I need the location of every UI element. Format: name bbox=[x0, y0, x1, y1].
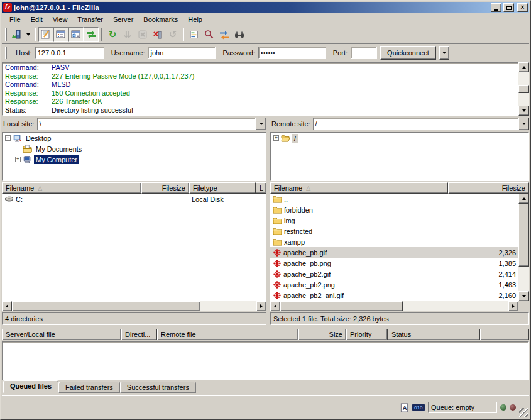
file-row-xampp[interactable]: xampp bbox=[270, 236, 518, 247]
sync-browsing-button[interactable] bbox=[217, 27, 232, 42]
file-row-[interactable]: .. bbox=[270, 194, 518, 204]
scroll-thumb[interactable] bbox=[280, 301, 403, 311]
scroll-track[interactable] bbox=[200, 301, 256, 311]
username-input[interactable] bbox=[148, 47, 216, 59]
tree-item-my-documents[interactable]: My Documents bbox=[3, 143, 266, 154]
minimize-button[interactable] bbox=[491, 3, 501, 12]
column-header-l[interactable]: L bbox=[256, 182, 266, 194]
scroll-down-button[interactable] bbox=[518, 106, 529, 116]
file-row-apache-pb2-gif[interactable]: apache_pb2.gif2,414 bbox=[270, 268, 518, 279]
local-site-combobox[interactable]: \ bbox=[37, 118, 266, 130]
tab-failed-transfers[interactable]: Failed transfers bbox=[58, 382, 120, 393]
find-button[interactable] bbox=[232, 27, 247, 42]
menu-bookmarks[interactable]: Bookmarks bbox=[138, 14, 183, 25]
site-manager-dropdown[interactable] bbox=[24, 27, 32, 42]
remote-site-dropdown[interactable] bbox=[518, 118, 529, 130]
menu-edit[interactable]: Edit bbox=[26, 14, 48, 25]
cancel-button[interactable] bbox=[135, 27, 150, 42]
scroll-thumb[interactable] bbox=[518, 204, 529, 267]
remote-site-combobox[interactable]: / bbox=[313, 118, 529, 130]
scroll-track[interactable] bbox=[518, 267, 529, 291]
scroll-track[interactable] bbox=[403, 301, 508, 311]
scroll-thumb[interactable] bbox=[518, 85, 529, 93]
resize-grip[interactable] bbox=[519, 408, 528, 417]
file-row-c[interactable]: C:Local Disk bbox=[2, 194, 266, 204]
scroll-track[interactable] bbox=[518, 72, 529, 85]
column-header-server-local-file[interactable]: Server/Local file bbox=[2, 329, 121, 340]
column-header-filesize[interactable]: Filesize bbox=[141, 182, 189, 194]
file-row-apache-pb2-png[interactable]: apache_pb2.png1,463 bbox=[270, 279, 518, 290]
scroll-left-button[interactable] bbox=[2, 301, 12, 311]
close-button[interactable]: × bbox=[517, 3, 528, 12]
remote-site-value[interactable]: / bbox=[313, 118, 518, 130]
scroll-left-button[interactable] bbox=[270, 301, 280, 311]
quickconnect-dropdown[interactable] bbox=[439, 46, 449, 60]
toggle-queue-view-button[interactable] bbox=[84, 27, 99, 42]
file-row-apache-pb2-ani-gif[interactable]: apache_pb2_ani.gif2,160 bbox=[270, 290, 518, 301]
host-label: Host: bbox=[16, 49, 32, 57]
local-hscrollbar[interactable] bbox=[2, 301, 266, 311]
scroll-up-button[interactable] bbox=[518, 194, 529, 204]
column-header-priority[interactable]: Priority bbox=[346, 329, 388, 340]
process-queue-button[interactable]: ⇊ bbox=[120, 27, 135, 42]
column-header-filesize[interactable]: Filesize bbox=[448, 182, 529, 194]
file-row-apache-pb-gif[interactable]: apache_pb.gif2,326 bbox=[270, 247, 518, 258]
scroll-right-button[interactable] bbox=[508, 301, 518, 311]
expand-icon[interactable]: + bbox=[15, 157, 21, 162]
column-header-directi[interactable]: Directi... bbox=[121, 329, 157, 340]
quickconnect-button[interactable]: Quickconnect bbox=[380, 46, 436, 60]
queue-tabs: Queued filesFailed transfersSuccessful t… bbox=[2, 380, 529, 394]
scroll-right-button[interactable] bbox=[256, 301, 266, 311]
remote-vscrollbar[interactable] bbox=[518, 194, 529, 301]
tab-successful-transfers[interactable]: Successful transfers bbox=[120, 382, 196, 393]
tree-item-desktop[interactable]: −Desktop bbox=[3, 133, 266, 143]
password-input[interactable] bbox=[258, 47, 326, 59]
port-input[interactable] bbox=[351, 47, 377, 59]
compare-button[interactable] bbox=[202, 27, 217, 42]
column-header-filetype[interactable]: Filetype bbox=[189, 182, 256, 194]
filter-button[interactable] bbox=[187, 27, 202, 42]
column-header-filename[interactable]: Filename△ bbox=[270, 182, 448, 194]
menu-server[interactable]: Server bbox=[108, 14, 138, 25]
menu-help[interactable]: Help bbox=[183, 14, 207, 25]
tree-item-[interactable]: +/ bbox=[271, 133, 528, 143]
column-header-status[interactable]: Status bbox=[388, 329, 480, 340]
local-site-dropdown[interactable] bbox=[256, 118, 266, 130]
disconnect-button[interactable] bbox=[150, 27, 165, 42]
log-scrollbar[interactable] bbox=[518, 62, 529, 116]
column-header-remote-file[interactable]: Remote file bbox=[157, 329, 298, 340]
tree-item-my-computer[interactable]: +My Computer bbox=[3, 154, 266, 165]
log-line: Response:226 Transfer OK bbox=[3, 97, 518, 106]
toggle-local-tree-button[interactable] bbox=[53, 27, 68, 42]
file-row-apache-pb-png[interactable]: apache_pb.png1,385 bbox=[270, 258, 518, 268]
file-row-img[interactable]: img bbox=[270, 215, 518, 226]
log-line: Command:PASV bbox=[3, 64, 518, 72]
column-header-size[interactable]: Size bbox=[298, 329, 346, 340]
scroll-up-button[interactable] bbox=[518, 62, 529, 72]
scroll-down-button[interactable] bbox=[518, 291, 529, 301]
tab-queued-files[interactable]: Queued files bbox=[3, 380, 58, 393]
maximize-button[interactable] bbox=[503, 3, 514, 12]
file-row-forbidden[interactable]: forbidden bbox=[270, 204, 518, 215]
toggle-remote-tree-button[interactable] bbox=[68, 27, 84, 42]
scroll-track[interactable] bbox=[518, 93, 529, 106]
column-header-filename[interactable]: Filename△ bbox=[2, 182, 141, 194]
toggle-log-view-button[interactable] bbox=[38, 27, 53, 42]
scroll-thumb[interactable] bbox=[12, 301, 200, 311]
menu-file[interactable]: File bbox=[4, 14, 26, 25]
image-file-icon bbox=[273, 259, 282, 268]
local-site-value[interactable]: \ bbox=[37, 118, 256, 130]
expand-icon[interactable]: + bbox=[273, 135, 279, 141]
reconnect-button[interactable]: ↺ bbox=[165, 27, 180, 42]
file-row-restricted[interactable]: restricted bbox=[270, 226, 518, 236]
refresh-button[interactable]: ↻ bbox=[105, 27, 120, 42]
title-bar[interactable]: fz john@127.0.0.1 - FileZilla × bbox=[2, 2, 529, 13]
remote-hscrollbar[interactable] bbox=[270, 301, 518, 311]
collapse-icon[interactable]: − bbox=[5, 135, 11, 141]
column-header-label: Priority bbox=[350, 331, 371, 338]
tree-item-label: My Documents bbox=[34, 145, 84, 153]
menu-transfer[interactable]: Transfer bbox=[72, 14, 108, 25]
host-input[interactable] bbox=[35, 47, 104, 59]
site-manager-button[interactable] bbox=[9, 27, 24, 42]
menu-view[interactable]: View bbox=[48, 14, 73, 25]
